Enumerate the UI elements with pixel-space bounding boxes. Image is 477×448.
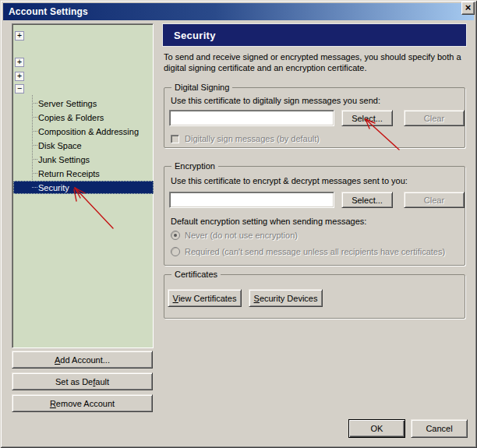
button-label: emove Account [56, 399, 115, 408]
button-label: OK [371, 424, 383, 433]
account-tree-panel: + + + − Server Settings Copies & Folders… [12, 23, 154, 348]
radio-dot [174, 234, 177, 237]
tree-item-composition-addressing[interactable]: Composition & Addressing [13, 125, 154, 138]
groupbox-legend: Encryption [171, 161, 218, 171]
tree-expander-account-2[interactable]: + [15, 58, 24, 67]
plus-icon: + [17, 32, 22, 40]
remove-account-button[interactable]: Remove Account [12, 394, 153, 412]
tree-item-label: Junk Settings [38, 155, 90, 164]
close-button[interactable]: × [461, 2, 475, 15]
plus-icon: + [17, 72, 22, 80]
signing-cert-label: Use this certificate to digitally sign m… [171, 96, 380, 105]
plus-icon: + [17, 58, 22, 66]
tree-item-label: Security [38, 183, 69, 192]
tree-connector-line [32, 187, 37, 188]
tree-item-label: Copies & Folders [38, 113, 104, 122]
intro-text: To send and receive signed or encrypted … [164, 51, 463, 73]
set-as-default-button[interactable]: Set as Default [12, 372, 153, 390]
signing-clear-button[interactable]: Clear [404, 110, 465, 126]
button-label: ecurity Devices [260, 294, 318, 303]
button-label: R [50, 399, 56, 408]
button-label: Set as De [55, 377, 93, 386]
groupbox-legend: Certificates [171, 270, 221, 279]
encryption-cert-label: Use this certificate to encrypt & decryp… [171, 176, 408, 185]
window-title: Account Settings [9, 6, 88, 17]
encryption-cert-input[interactable] [169, 192, 334, 208]
digitally-sign-checkbox[interactable] [171, 135, 179, 143]
button-label: Select... [352, 114, 383, 123]
encryption-clear-button[interactable]: Clear [404, 192, 465, 208]
button-label: ault [95, 377, 109, 386]
view-certificates-button[interactable]: View Certificates [168, 289, 242, 307]
button-label: iew Certificates [178, 294, 237, 303]
default-encryption-label: Default encryption setting when sending … [171, 217, 366, 226]
encryption-groupbox: Encryption Use this certificate to encry… [164, 166, 465, 266]
tree-item-label: Server Settings [38, 99, 97, 108]
never-radio[interactable] [171, 231, 180, 240]
tree-item-return-receipts[interactable]: Return Receipts [13, 167, 154, 180]
cancel-button[interactable]: Cancel [411, 419, 468, 438]
button-label: Cancel [426, 424, 452, 433]
signing-cert-input[interactable] [169, 110, 334, 126]
titlebar: Account Settings [3, 3, 474, 20]
button-label: S [254, 294, 260, 303]
close-icon: × [465, 2, 472, 12]
ok-button[interactable]: OK [348, 419, 405, 438]
tree-item-copies-folders[interactable]: Copies & Folders [13, 111, 154, 124]
tree-item-label: Return Receipts [38, 169, 100, 178]
button-label: Clear [424, 196, 444, 205]
add-account-button[interactable]: Add Account... [12, 351, 153, 369]
groupbox-legend: Digital Signing [171, 83, 232, 92]
button-label: Clear [424, 114, 444, 123]
tree-item-disk-space[interactable]: Disk Space [13, 139, 154, 152]
security-devices-button[interactable]: Security Devices [249, 289, 323, 307]
digitally-sign-label: Digitally sign messages (by default) [185, 134, 320, 143]
tree-item-server-settings[interactable]: Server Settings [13, 97, 154, 110]
pane-title: Security [174, 30, 216, 41]
tree-item-label: Disk Space [38, 141, 82, 150]
required-radio[interactable] [171, 247, 180, 256]
tree-item-security[interactable]: Security [13, 181, 154, 194]
button-label: dd Account... [60, 355, 110, 365]
tree-expander-account-3[interactable]: + [15, 72, 24, 81]
never-radio-label: Never (do not use encryption) [185, 231, 298, 240]
tree-expander-account-4[interactable]: − [15, 84, 24, 93]
tree-expander-account-1[interactable]: + [15, 31, 24, 41]
button-label: V [173, 294, 178, 303]
encryption-select-button[interactable]: Select... [341, 192, 393, 208]
tree-item-junk-settings[interactable]: Junk Settings [13, 153, 154, 166]
pane-header: Security [162, 23, 467, 47]
certificates-groupbox: Certificates View Certificates Security … [164, 274, 465, 319]
digital-signing-groupbox: Digital Signing Use this certificate to … [164, 87, 465, 148]
minus-icon: − [17, 85, 22, 93]
tree-item-label: Composition & Addressing [38, 127, 139, 136]
signing-select-button[interactable]: Select... [341, 110, 393, 126]
button-label: Select... [352, 196, 383, 205]
required-radio-label: Required (can't send message unless all … [185, 247, 445, 256]
button-label: A [55, 355, 60, 365]
account-settings-dialog: Account Settings × + + + − Server Settin… [0, 0, 477, 448]
